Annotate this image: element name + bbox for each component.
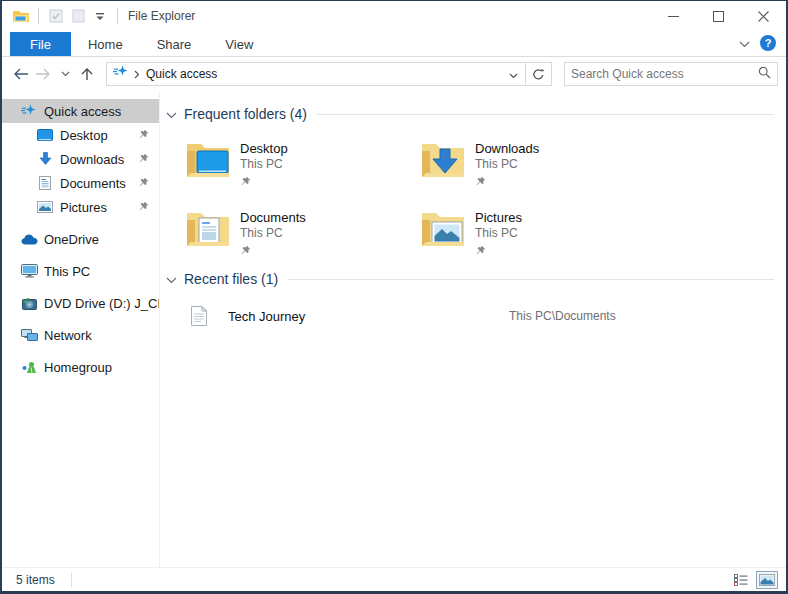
details-view-button[interactable]: [730, 571, 752, 589]
sidebar-item-label: Desktop: [60, 128, 108, 143]
pictures-folder-icon: [420, 208, 466, 250]
onedrive-cloud-icon: [20, 234, 38, 245]
pin-icon: [240, 242, 306, 260]
downloads-folder-icon: [420, 139, 466, 181]
sidebar-item-dvd-drive[interactable]: DVD Drive (D:) J_CPRA: [2, 291, 159, 315]
sidebar-item-label: Homegroup: [44, 360, 112, 375]
navigation-bar: Quick access: [2, 57, 786, 91]
group-header-frequent-folders[interactable]: Frequent folders (4): [166, 105, 774, 123]
qat-properties-button[interactable]: [47, 8, 65, 24]
sidebar-item-desktop[interactable]: Desktop: [2, 123, 159, 147]
back-button[interactable]: [10, 63, 32, 85]
desktop-folder-icon: [185, 139, 231, 181]
tile-location: This PC: [240, 157, 288, 171]
item-count: 5 items: [16, 573, 55, 587]
pin-icon: [138, 176, 149, 191]
downloads-icon: [36, 152, 54, 166]
folder-tile-pictures[interactable]: Pictures This PC: [420, 208, 655, 260]
tab-share[interactable]: Share: [140, 32, 209, 56]
search-icon[interactable]: [758, 65, 771, 83]
recent-file-row[interactable]: Tech Journey This PC\Documents: [191, 306, 774, 326]
search-box[interactable]: [564, 62, 778, 86]
tab-file[interactable]: File: [10, 32, 71, 56]
documents-icon: [36, 176, 54, 190]
tile-location: This PC: [475, 157, 539, 171]
expand-ribbon-chevron-icon[interactable]: [739, 34, 750, 52]
group-divider: [288, 279, 774, 280]
explorer-folder-icon: [12, 8, 30, 24]
pin-icon: [138, 152, 149, 167]
sidebar-item-pictures[interactable]: Pictures: [2, 195, 159, 219]
window-frame: File Explorer File Home Share View ?: [0, 0, 788, 594]
status-divider: [71, 573, 72, 587]
breadcrumb-location[interactable]: Quick access: [146, 67, 217, 81]
items-view: Frequent folders (4) Desktop This PC: [160, 91, 786, 567]
sidebar-item-label: DVD Drive (D:) J_CPRA: [44, 296, 159, 311]
tile-location: This PC: [475, 226, 522, 240]
recent-locations-chevron-icon[interactable]: [54, 63, 76, 85]
tab-home[interactable]: Home: [71, 32, 140, 56]
qat-separator: [117, 8, 118, 24]
sidebar-item-network[interactable]: Network: [2, 323, 159, 347]
tile-name: Downloads: [475, 141, 539, 156]
ribbon-tab-bar: File Home Share View ?: [2, 31, 786, 57]
sidebar-item-downloads[interactable]: Downloads: [2, 147, 159, 171]
quick-access-star-icon: [20, 104, 38, 118]
folder-tile-documents[interactable]: Documents This PC: [185, 208, 420, 260]
group-header-recent-files[interactable]: Recent files (1): [166, 270, 774, 288]
folder-tile-desktop[interactable]: Desktop This PC: [185, 139, 420, 191]
forward-button[interactable]: [32, 63, 54, 85]
sidebar-item-this-pc[interactable]: This PC: [2, 259, 159, 283]
pin-icon: [240, 173, 288, 191]
group-divider: [317, 114, 774, 115]
close-button[interactable]: [741, 1, 786, 31]
maximize-button[interactable]: [696, 1, 741, 31]
address-dropdown-chevron-icon[interactable]: [501, 65, 525, 83]
tab-view[interactable]: View: [208, 32, 270, 56]
this-pc-icon: [20, 264, 38, 278]
sidebar-item-label: This PC: [44, 264, 90, 279]
large-icons-view-button[interactable]: [756, 571, 778, 589]
tile-name: Desktop: [240, 141, 288, 156]
collapse-chevron-icon[interactable]: [166, 270, 177, 288]
help-icon[interactable]: ?: [760, 35, 776, 51]
sidebar-item-label: Network: [44, 328, 92, 343]
desktop-icon: [36, 129, 54, 142]
up-button[interactable]: [76, 63, 98, 85]
document-file-icon: [191, 306, 207, 326]
documents-folder-icon: [185, 208, 231, 250]
sidebar-item-label: Documents: [60, 176, 126, 191]
network-icon: [20, 329, 38, 342]
search-input[interactable]: [571, 67, 758, 81]
navigation-pane: Quick access Desktop Downloads: [2, 91, 160, 567]
tile-name: Pictures: [475, 210, 522, 225]
sidebar-item-homegroup[interactable]: Homegroup: [2, 355, 159, 379]
sidebar-item-label: OneDrive: [44, 232, 99, 247]
address-bar[interactable]: Quick access: [106, 62, 526, 86]
sidebar-item-label: Quick access: [44, 104, 121, 119]
folder-tile-downloads[interactable]: Downloads This PC: [420, 139, 655, 191]
qat-customize-dropdown[interactable]: [91, 8, 109, 24]
sidebar-item-quick-access[interactable]: Quick access: [2, 99, 159, 123]
recent-file-name: Tech Journey: [228, 309, 509, 324]
sidebar-item-documents[interactable]: Documents: [2, 171, 159, 195]
title-bar: File Explorer: [2, 1, 786, 31]
breadcrumb-chevron-icon[interactable]: [134, 65, 140, 83]
pin-icon: [138, 128, 149, 143]
group-title: Recent files (1): [184, 271, 278, 287]
minimize-button[interactable]: [651, 1, 696, 31]
homegroup-icon: [20, 361, 38, 374]
sidebar-item-onedrive[interactable]: OneDrive: [2, 227, 159, 251]
group-title: Frequent folders (4): [184, 106, 307, 122]
window-title: File Explorer: [128, 9, 195, 23]
collapse-chevron-icon[interactable]: [166, 105, 177, 123]
qat-new-folder-button[interactable]: [69, 8, 87, 24]
pictures-icon: [36, 201, 54, 213]
refresh-button[interactable]: [526, 62, 552, 86]
window-controls: [651, 1, 786, 31]
frequent-folders-grid: Desktop This PC Down: [185, 139, 774, 260]
quick-access-star-icon: [113, 65, 129, 83]
pin-icon: [475, 242, 522, 260]
pin-icon: [138, 200, 149, 215]
dvd-drive-icon: [20, 297, 38, 310]
